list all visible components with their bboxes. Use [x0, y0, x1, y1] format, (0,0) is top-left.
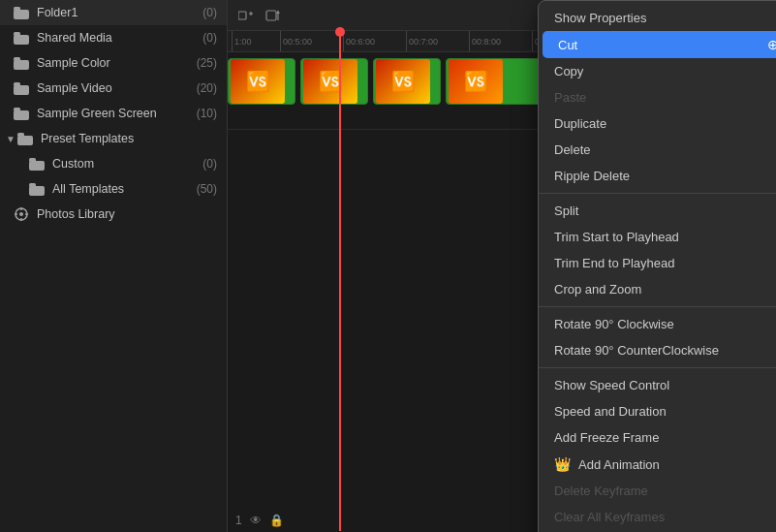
- separator-3: [539, 367, 776, 368]
- menu-item-split[interactable]: Split: [539, 198, 776, 224]
- svg-point-17: [19, 212, 23, 216]
- sidebar-item-all-label: All Templates: [52, 182, 193, 196]
- menu-item-cut[interactable]: Cut ⊕: [543, 31, 776, 58]
- menu-item-rotate-cw[interactable]: Rotate 90° Clockwise: [539, 311, 776, 337]
- svg-rect-5: [14, 57, 20, 61]
- frame-number: 1: [235, 514, 242, 527]
- sidebar-item-all-templates[interactable]: All Templates (50): [0, 176, 227, 202]
- cut-label: Cut: [558, 38, 577, 52]
- clip-thumbnail-3: 🆚: [376, 59, 430, 104]
- sidebar-item-color-label: Sample Color: [37, 56, 193, 70]
- add-track-button[interactable]: [235, 5, 257, 26]
- svg-rect-2: [14, 35, 29, 45]
- ruler-mark-4: 00:7:00: [406, 31, 469, 51]
- separator-1: [539, 193, 776, 194]
- delete-keyframe-label: Delete Keyframe: [554, 484, 648, 498]
- clear-keyframes-label: Clear All Keyframes: [554, 510, 665, 524]
- eye-icon[interactable]: 👁: [250, 514, 262, 527]
- delete-label: Delete: [554, 142, 591, 157]
- rotate-ccw-label: Rotate 90° CounterClockwise: [554, 343, 719, 358]
- folder-icon-video: [14, 80, 29, 96]
- show-speed-label: Show Speed Control: [554, 378, 669, 392]
- sidebar-item-custom-count: (0): [202, 157, 217, 171]
- import-button[interactable]: [263, 5, 284, 26]
- folder-icon: [14, 5, 29, 20]
- menu-item-ripple-delete[interactable]: Ripple Delete: [539, 163, 776, 189]
- menu-item-show-speed[interactable]: Show Speed Control: [539, 372, 776, 398]
- menu-item-freeze-frame[interactable]: Add Freeze Frame: [539, 424, 776, 451]
- sidebar-item-folder1-count: (0): [202, 6, 217, 19]
- svg-rect-8: [14, 110, 29, 120]
- track-clip-3[interactable]: 🆚: [373, 58, 441, 105]
- sidebar-item-folder1-label: Folder1: [37, 6, 199, 19]
- svg-rect-14: [29, 186, 45, 196]
- clip-thumbnail-2: 🆚: [303, 59, 357, 104]
- menu-item-paste: Paste: [539, 84, 776, 110]
- sidebar-item-sample-color[interactable]: Sample Color (25): [0, 50, 227, 76]
- menu-item-copy[interactable]: Copy: [539, 58, 776, 84]
- svg-rect-9: [14, 108, 20, 111]
- freeze-frame-label: Add Freeze Frame: [554, 430, 659, 445]
- sidebar-item-photos-library[interactable]: Photos Library: [0, 202, 227, 227]
- sidebar-item-video-label: Sample Video: [37, 81, 193, 95]
- sidebar-item-custom[interactable]: Custom (0): [0, 151, 227, 176]
- context-menu: Show Properties Cut ⊕ Copy Paste Duplica…: [538, 0, 776, 532]
- menu-item-trim-start[interactable]: Trim Start to Playhead: [539, 224, 776, 250]
- sidebar-item-sample-video[interactable]: Sample Video (20): [0, 76, 227, 101]
- lock-icon[interactable]: 🔒: [269, 514, 284, 527]
- sidebar-item-shared-count: (0): [202, 31, 217, 45]
- ripple-delete-label: Ripple Delete: [554, 169, 630, 183]
- crown-icon: 👑: [554, 456, 571, 472]
- sidebar: Folder1 (0) Shared Media (0) Sample Colo…: [0, 0, 228, 532]
- menu-item-clear-keyframes: Clear All Keyframes: [539, 504, 776, 530]
- svg-rect-0: [14, 10, 29, 19]
- menu-item-add-animation[interactable]: 👑 Add Animation: [539, 451, 776, 478]
- folder-icon-color: [14, 55, 29, 71]
- gear-icon-photos: [14, 206, 29, 222]
- ruler-mark-2: 00:5:00: [280, 31, 343, 51]
- folder-icon-custom: [29, 156, 45, 172]
- folder-icon-preset: [17, 131, 33, 146]
- svg-marker-27: [276, 11, 280, 14]
- menu-item-show-properties[interactable]: Show Properties: [539, 5, 776, 31]
- folder-icon-all: [29, 181, 45, 197]
- folder-icon-shared: [14, 30, 29, 46]
- svg-rect-10: [17, 136, 33, 145]
- sidebar-item-all-count: (50): [197, 182, 217, 196]
- svg-rect-4: [14, 60, 29, 70]
- track-clip-1[interactable]: 🆚: [228, 58, 295, 105]
- crop-zoom-label: Crop and Zoom: [554, 282, 641, 297]
- ruler-mark-5: 00:8:00: [469, 31, 532, 51]
- track-clip-2[interactable]: 🆚: [300, 58, 368, 105]
- sidebar-item-photos-label: Photos Library: [37, 207, 217, 221]
- sidebar-item-folder1[interactable]: Folder1 (0): [0, 0, 227, 25]
- add-animation-label: Add Animation: [578, 457, 660, 472]
- menu-item-delete[interactable]: Delete: [539, 137, 776, 163]
- trim-end-label: Trim End to Playhead: [554, 256, 675, 270]
- sidebar-item-video-count: (20): [197, 81, 217, 95]
- main-area: 1:00 00:5:00 00:6:00 00:7:00 00:8:00 00:…: [228, 0, 776, 532]
- sidebar-item-shared-media[interactable]: Shared Media (0): [0, 25, 227, 50]
- svg-rect-15: [29, 183, 36, 187]
- clip-thumbnail-1: 🆚: [231, 59, 285, 104]
- sidebar-item-preset-templates[interactable]: ▼ Preset Templates: [0, 126, 227, 151]
- menu-item-crop-zoom[interactable]: Crop and Zoom: [539, 276, 776, 302]
- status-bar: 1 👁 🔒: [228, 510, 292, 531]
- sidebar-item-custom-label: Custom: [52, 157, 199, 171]
- split-label: Split: [554, 203, 578, 218]
- sidebar-item-shared-label: Shared Media: [37, 31, 199, 45]
- sidebar-item-color-count: (25): [197, 56, 217, 70]
- menu-item-rotate-ccw[interactable]: Rotate 90° CounterClockwise: [539, 337, 776, 363]
- menu-item-trim-end[interactable]: Trim End to Playhead: [539, 250, 776, 276]
- sidebar-item-green-screen[interactable]: Sample Green Screen (10): [0, 101, 227, 126]
- menu-item-delete-keyframe: Delete Keyframe: [539, 478, 776, 504]
- menu-item-speed-duration[interactable]: Speed and Duration: [539, 398, 776, 424]
- trim-start-label: Trim Start to Playhead: [554, 230, 679, 244]
- ruler-mark-3: 00:6:00: [343, 31, 406, 51]
- menu-item-duplicate[interactable]: Duplicate: [539, 110, 776, 137]
- speed-duration-label: Speed and Duration: [554, 404, 667, 419]
- folder-icon-green: [14, 106, 29, 121]
- svg-rect-13: [29, 158, 36, 162]
- svg-rect-7: [14, 82, 20, 86]
- svg-rect-12: [29, 161, 45, 171]
